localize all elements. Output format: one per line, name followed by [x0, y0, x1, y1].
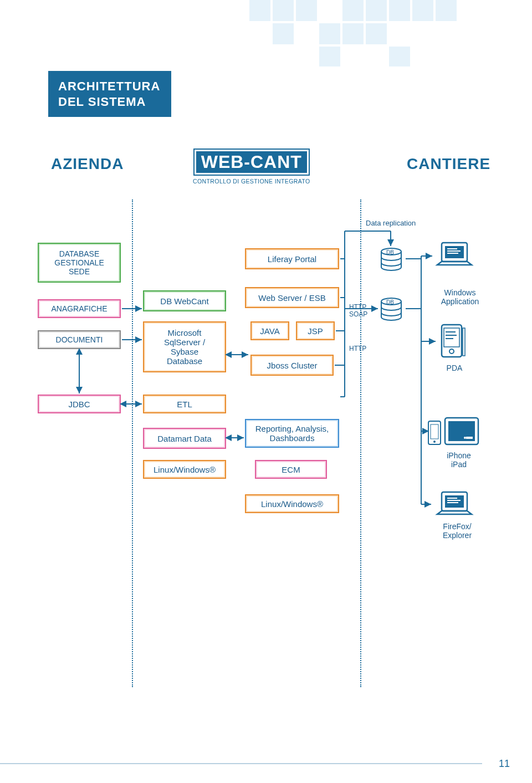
page-number: 11 — [499, 758, 510, 770]
footer-line — [0, 763, 482, 764]
connector-lines — [0, 0, 532, 783]
